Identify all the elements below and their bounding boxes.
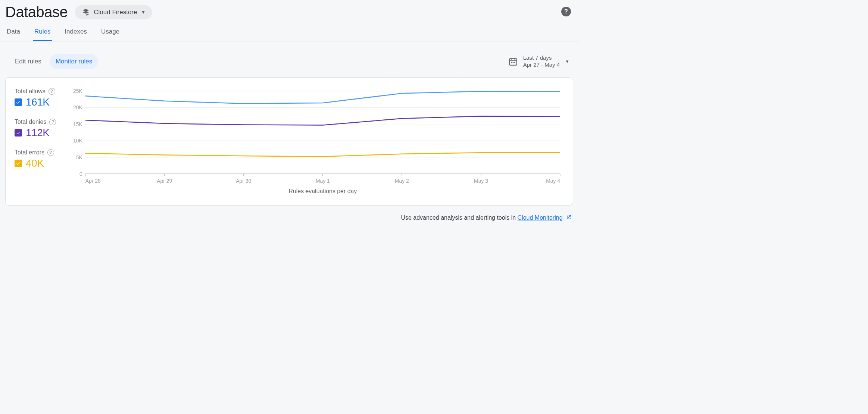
database-selector-label: Cloud Firestore <box>94 9 137 16</box>
chart-card: Total allows ? 161K Total denies ? 112K … <box>5 77 573 206</box>
svg-point-5 <box>512 62 513 63</box>
database-selector[interactable]: Cloud Firestore ▼ <box>75 5 152 19</box>
main-tabs: DataRulesIndexesUsage <box>0 21 578 41</box>
legend-checkbox[interactable] <box>15 129 22 137</box>
legend-value: 40K <box>26 157 44 169</box>
svg-text:15K: 15K <box>73 121 82 127</box>
footer-note: Use advanced analysis and alerting tools… <box>0 206 578 221</box>
tab-indexes[interactable]: Indexes <box>63 28 88 41</box>
legend-item: Total denies ? 112K <box>15 119 67 139</box>
svg-text:Apr 30: Apr 30 <box>236 178 251 184</box>
chevron-down-icon: ▼ <box>141 9 146 15</box>
cloud-firestore-icon <box>82 8 90 16</box>
legend-checkbox[interactable] <box>15 160 22 167</box>
legend-label: Total errors <box>15 149 44 156</box>
footer-prefix: Use advanced analysis and alerting tools… <box>401 214 517 221</box>
svg-text:Apr 29: Apr 29 <box>157 178 172 184</box>
svg-text:0: 0 <box>79 171 82 177</box>
sub-tab-edit-rules[interactable]: Edit rules <box>9 54 47 69</box>
external-link-icon <box>566 214 572 220</box>
tab-usage[interactable]: Usage <box>100 28 121 41</box>
date-range-picker[interactable]: Last 7 days Apr 27 - May 4 ▼ <box>508 54 573 69</box>
date-range-label: Last 7 days <box>523 54 560 62</box>
svg-text:Rules evaluations per day: Rules evaluations per day <box>288 188 357 194</box>
page-title: Database <box>5 4 68 21</box>
rules-evaluations-chart: 05K10K15K20K25KApr 28Apr 29Apr 30May 1Ma… <box>67 88 564 196</box>
legend-item: Total allows ? 161K <box>15 88 67 108</box>
tab-rules[interactable]: Rules <box>33 28 52 41</box>
svg-text:May 1: May 1 <box>316 178 330 184</box>
date-range-value: Apr 27 - May 4 <box>523 62 560 69</box>
calendar-icon <box>508 57 518 66</box>
svg-text:May 4: May 4 <box>546 178 560 184</box>
help-button[interactable]: ? <box>561 7 571 16</box>
legend-checkbox[interactable] <box>15 98 22 106</box>
legend-label: Total denies <box>15 119 46 125</box>
svg-point-6 <box>514 62 515 63</box>
svg-text:20K: 20K <box>73 104 82 110</box>
help-icon[interactable]: ? <box>49 119 56 125</box>
legend-item: Total errors ? 40K <box>15 149 67 169</box>
legend-value: 161K <box>26 96 49 108</box>
legend-label: Total allows <box>15 88 46 95</box>
svg-text:Apr 28: Apr 28 <box>85 178 101 184</box>
svg-text:10K: 10K <box>73 138 82 144</box>
sub-tab-monitor-rules[interactable]: Monitor rules <box>50 54 98 69</box>
help-icon[interactable]: ? <box>49 88 55 95</box>
svg-text:May 3: May 3 <box>474 178 488 184</box>
svg-text:May 2: May 2 <box>395 178 409 184</box>
svg-point-4 <box>511 62 512 63</box>
tab-data[interactable]: Data <box>5 28 22 41</box>
legend-value: 112K <box>26 127 49 139</box>
cloud-monitoring-link[interactable]: Cloud Monitoring <box>518 214 563 221</box>
chart-legend: Total allows ? 161K Total denies ? 112K … <box>15 88 67 196</box>
svg-text:25K: 25K <box>73 88 82 94</box>
chevron-down-icon: ▼ <box>565 59 569 64</box>
svg-text:5K: 5K <box>76 154 83 160</box>
help-icon[interactable]: ? <box>47 149 54 156</box>
